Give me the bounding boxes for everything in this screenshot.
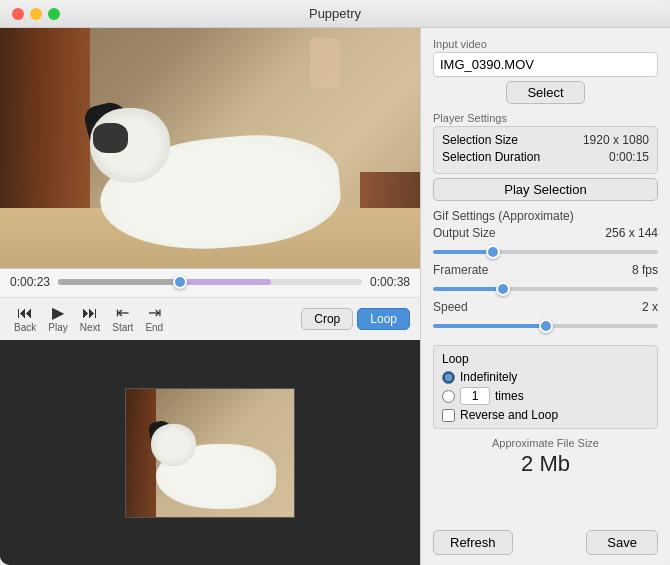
right-panel: Input video Select Player Settings Selec… [420,28,670,565]
output-size-slider-container [433,242,658,257]
loop-button[interactable]: Loop [357,308,410,330]
select-button[interactable]: Select [506,81,584,104]
crop-button[interactable]: Crop [301,308,353,330]
bottom-buttons: Refresh Save [433,526,658,555]
window-controls [12,8,60,20]
selection-duration-value: 0:00:15 [609,150,649,164]
preview-area [0,340,420,565]
app-title: Puppetry [309,6,361,21]
close-button[interactable] [12,8,24,20]
speed-row: Speed 2 x [433,300,658,314]
framerate-row: Framerate 8 fps [433,263,658,277]
framerate-slider[interactable] [433,287,658,291]
output-size-row: Output Size 256 x 144 [433,226,658,240]
player-settings-box: Selection Size 1920 x 1080 Selection Dur… [433,126,658,174]
time-end: 0:00:38 [370,275,410,289]
loop-section: Loop Indefinitely times Reverse and Loop [433,345,658,429]
video-display [0,28,420,268]
times-label: times [495,389,524,403]
timeline-area: 0:00:23 0:00:38 [0,268,420,297]
back-button[interactable]: ⏮ Back [10,303,40,335]
selection-size-row: Selection Size 1920 x 1080 [442,133,649,147]
times-radio[interactable] [442,390,455,403]
file-size-value: 2 Mb [433,451,658,477]
loop-title: Loop [442,352,649,366]
progress-selection [180,279,271,285]
left-panel: 0:00:23 0:00:38 ⏮ Back ▶ Play ⏭ Nex [0,28,420,565]
refresh-button[interactable]: Refresh [433,530,513,555]
controls-bar: ⏮ Back ▶ Play ⏭ Next ⇤ Start ⇥ End Crop … [0,297,420,340]
input-video-section: Input video Select [433,38,658,104]
indefinitely-radio[interactable] [442,371,455,384]
file-size-section: Approximate File Size 2 Mb [433,437,658,477]
selection-duration-label: Selection Duration [442,150,540,164]
next-button[interactable]: ⏭ Next [76,303,105,335]
play-icon: ▶ [52,305,64,321]
reverse-loop-checkbox[interactable] [442,409,455,422]
framerate-slider-container [433,279,658,294]
prev-dog-head [151,424,196,466]
output-size-label: Output Size [433,226,513,240]
framerate-label: Framerate [433,263,513,277]
speed-value: 2 x [613,300,658,314]
time-start: 0:00:23 [10,275,50,289]
output-size-slider[interactable] [433,250,658,254]
selection-duration-row: Selection Duration 0:00:15 [442,150,649,164]
selection-size-label: Selection Size [442,133,518,147]
video-scene [0,28,420,268]
gif-settings-title: Gif Settings (Approximate) [433,209,658,223]
times-row: times [442,387,649,405]
title-bar: Puppetry [0,0,670,28]
progress-bar[interactable] [58,279,362,285]
input-video-label: Input video [433,38,658,50]
next-icon: ⏭ [82,305,98,321]
start-icon: ⇤ [116,305,129,321]
indefinitely-label: Indefinitely [460,370,517,384]
preview-scene [126,389,294,517]
start-button[interactable]: ⇤ Start [108,303,137,335]
input-video-field[interactable] [433,52,658,77]
indefinitely-row: Indefinitely [442,370,649,384]
save-button[interactable]: Save [586,530,658,555]
speed-slider-container [433,316,658,331]
video-frame [0,28,420,268]
progress-played [58,279,180,285]
back-label: Back [14,322,36,333]
progress-thumb[interactable] [173,275,187,289]
speed-slider[interactable] [433,324,658,328]
preview-thumbnail [125,388,295,518]
minimize-button[interactable] [30,8,42,20]
dog-patch [93,123,128,153]
end-button[interactable]: ⇥ End [141,303,167,335]
output-size-value: 256 x 144 [605,226,658,240]
player-settings-label: Player Settings [433,112,658,124]
gif-settings-section: Gif Settings (Approximate) Output Size 2… [433,209,658,337]
start-label: Start [112,322,133,333]
maximize-button[interactable] [48,8,60,20]
next-label: Next [80,322,101,333]
play-label: Play [48,322,67,333]
back-icon: ⏮ [17,305,33,321]
framerate-value: 8 fps [613,263,658,277]
selection-size-value: 1920 x 1080 [583,133,649,147]
end-icon: ⇥ [148,305,161,321]
reverse-loop-label: Reverse and Loop [460,408,558,422]
play-selection-button[interactable]: Play Selection [433,178,658,201]
speed-label: Speed [433,300,513,314]
approx-file-size-label: Approximate File Size [433,437,658,449]
reverse-loop-row: Reverse and Loop [442,408,649,422]
player-settings-section: Player Settings Selection Size 1920 x 10… [433,112,658,201]
end-label: End [145,322,163,333]
person-feet [310,38,340,88]
time-row: 0:00:23 0:00:38 [10,275,410,289]
times-input[interactable] [460,387,490,405]
main-content: 0:00:23 0:00:38 ⏮ Back ▶ Play ⏭ Nex [0,28,670,565]
play-button[interactable]: ▶ Play [44,303,71,335]
